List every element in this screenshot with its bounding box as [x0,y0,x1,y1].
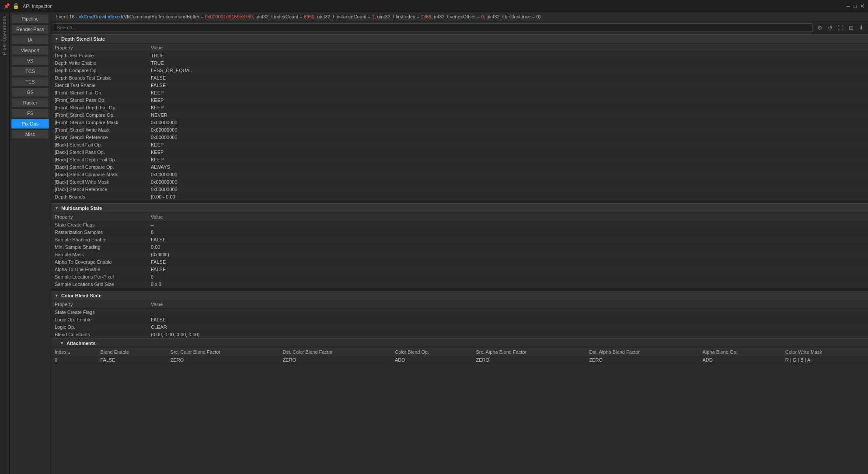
depth-stencil-col-property: Property [51,44,147,52]
table-row: [Front] Stencil Depth Fail Op.KEEP [51,104,868,112]
table-row: Stencil Test EnableFALSE [51,82,868,89]
table-row: [Front] Stencil Write Mask0x00000000 [51,126,868,134]
table-row: [Back] Stencil Reference0x00000000 [51,186,868,193]
collapse-triangle: ▼ [55,37,59,41]
nav-btn-tes[interactable]: TES [11,77,49,87]
attach-col-8[interactable]: Color Write Mask [782,348,868,356]
multisample-col-value: Value [147,213,868,221]
table-row: [Back] Stencil Pass Op.KEEP [51,149,868,156]
event-func: vkCmdDrawIndexed [79,14,122,19]
table-row: Logic Op.CLEAR [51,324,868,331]
collapse-triangle: ▼ [55,293,59,298]
table-row: Depth Compare Op.LESS_OR_EQUAL [51,67,868,74]
table-row: Sample Mask(0xffffffff) [51,251,868,258]
nav-btn-ia[interactable]: IA [11,35,49,45]
color-blend-section-header[interactable]: ▼ Color Blend State [51,291,868,300]
table-row: 0FALSEZEROZEROADDZEROZEROADDR | G | B | … [51,356,868,364]
table-row: [Back] Stencil Write Mask0x00000000 [51,178,868,186]
nav-btn-gs[interactable]: GS [11,87,49,97]
depth-stencil-table: Property Value Depth Test EnableTRUEDept… [51,44,868,201]
refresh-icon[interactable]: ↺ [826,24,834,32]
event-prefix: Event 18 - [56,14,79,19]
table-row: [Front] Stencil Pass Op.KEEP [51,97,868,104]
table-row: [Front] Stencil Reference0x00000000 [51,134,868,141]
table-row: [Front] Stencil Fail Op.KEEP [51,89,868,97]
nav-btn-vs[interactable]: VS [11,56,49,66]
nav-panel: PipelineRender PassIAViewportVSTCSTESGSR… [10,12,51,474]
table-row: Rasterization Samples8 [51,229,868,236]
depth-stencil-title: Depth Stencil State [61,36,105,42]
export-icon[interactable]: ⬇ [857,24,865,32]
table-row: Depth Bounds Test EnableFALSE [51,74,868,82]
attach-col-2[interactable]: Src. Color Blend Factor [167,348,279,356]
table-row: Logic Op. EnableFALSE [51,316,868,324]
depth-stencil-col-value: Value [147,44,868,52]
multisample-col-property: Property [51,213,147,221]
table-row: Min. Sample Shading0.00 [51,244,868,251]
nav-btn-fs[interactable]: FS [11,108,49,118]
search-bar: ⚙ ↺ ⛶ ⊞ ⬇ [51,21,868,34]
table-row: [Front] Stencil Compare Mask0x00000000 [51,119,868,126]
left-sidebar: Pixel Operations [0,12,10,474]
table-row: State Create Flags– [51,221,868,229]
attachments-section-header[interactable]: ▼ Attachments [51,338,868,348]
table-row: [Front] Stencil Compare Op.NEVER [51,112,868,119]
attach-col-4[interactable]: Color Blend Op. [391,348,473,356]
event-param-buffer: 0x000001d9169e3760 [205,14,253,19]
close-icon[interactable]: ✕ [860,3,865,9]
multisample-table: Property Value State Create Flags–Raster… [51,213,868,288]
attach-col-3[interactable]: Dst. Color Blend Factor [279,348,391,356]
content-area: Event 18 - vkCmdDrawIndexed(VkCommandBuf… [51,12,868,474]
table-row: Sample Locations Grid Size0 x 0 [51,281,868,288]
color-blend-title: Color Blend State [61,293,101,298]
title-bar-title: API Inspector [23,3,52,9]
attachments-title: Attachments [66,341,96,346]
table-row: State Create Flags– [51,309,868,316]
table-row: Depth Bounds[0.00 - 0.00] [51,193,868,201]
event-bar: Event 18 - vkCmdDrawIndexed(VkCommandBuf… [51,12,868,21]
collapse-triangle: ▼ [55,206,59,210]
attach-col-7[interactable]: Alpha Blend Op. [699,348,782,356]
table-row: Sample Locations Per-Pixel0 [51,273,868,281]
table-row: [Back] Stencil Compare Op.ALWAYS [51,164,868,171]
color-blend-col-property: Property [51,300,147,309]
nav-btn-pipeline[interactable]: Pipeline [11,14,49,24]
depth-stencil-section-header[interactable]: ▼ Depth Stencil State [51,34,868,44]
attach-col-5[interactable]: Src. Alpha Blend Factor [473,348,586,356]
nav-btn-render-pass[interactable]: Render Pass [11,24,49,34]
title-bar: 📌 🔓 API Inspector ─ □ ✕ [0,0,868,12]
search-input[interactable] [54,23,813,32]
minimize-icon[interactable]: ─ [846,3,850,9]
nav-btn-raster[interactable]: Raster [11,98,49,108]
columns-icon[interactable]: ⊞ [847,24,855,32]
nav-btn-tcs[interactable]: TCS [11,66,49,76]
sidebar-label: Pixel Operations [1,12,8,58]
attach-col-0[interactable]: Index [51,348,97,356]
nav-btn-pix-ops[interactable]: Pix Ops [11,119,49,129]
nav-btn-viewport[interactable]: Viewport [11,45,49,55]
nav-btn-misc[interactable]: Misc [11,129,49,139]
multisample-section-header[interactable]: ▼ Multisample State [51,203,868,213]
attach-col-6[interactable]: Dst. Alpha Blend Factor [586,348,699,356]
table-row: [Back] Stencil Depth Fail Op.KEEP [51,156,868,164]
table-row: Sample Shading EnableFALSE [51,236,868,244]
table-row: Depth Test EnableTRUE [51,52,868,59]
settings-icon[interactable]: ⚙ [816,24,824,32]
table-row: Blend Constants(0.00, 0.00, 0.00, 0.00) [51,331,868,338]
pin-icon[interactable]: 📌 [3,3,10,9]
attachments-table: IndexBlend EnableSrc. Color Blend Factor… [51,348,868,364]
maximize-icon[interactable]: □ [854,3,857,9]
scroll-area[interactable]: ▼ Depth Stencil State Property Value Dep… [51,34,868,474]
lock-icon[interactable]: 🔓 [13,3,19,9]
table-row: Depth Write EnableTRUE [51,59,868,67]
multisample-title: Multisample State [61,206,102,211]
expand-icon[interactable]: ⛶ [836,24,845,32]
table-row: Alpha To One EnableFALSE [51,266,868,273]
event-params: (VkCommandBuffer commandBuffer = [122,14,205,19]
collapse-triangle: ▼ [60,341,64,345]
attach-col-1[interactable]: Blend Enable [97,348,167,356]
table-row: [Back] Stencil Compare Mask0x00000000 [51,171,868,178]
table-row: Alpha To Coverage EnableFALSE [51,258,868,266]
color-blend-table: Property Value State Create Flags–Logic … [51,300,868,338]
table-row: [Back] Stencil Fail Op.KEEP [51,141,868,149]
